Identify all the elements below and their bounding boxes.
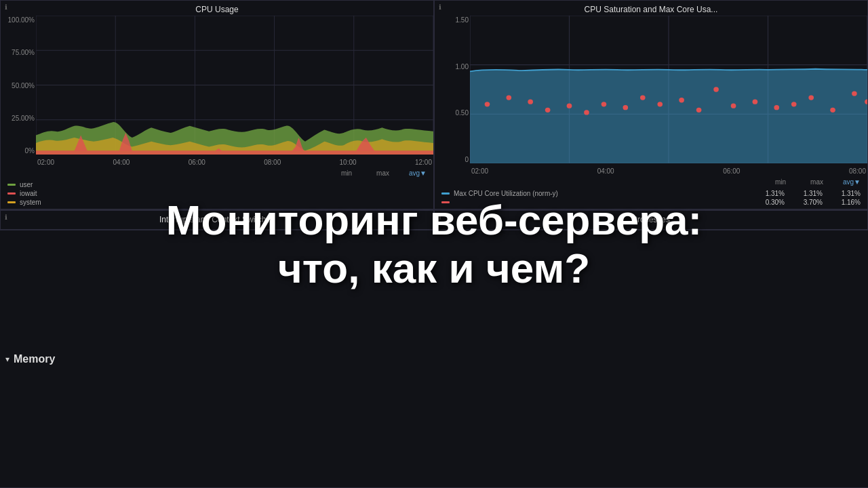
cpu-sat-x-axis: 02:00 04:00 06:00 08:00 <box>470 165 867 177</box>
cpu-usage-legend: user iowait system <box>1 178 433 209</box>
svg-point-27 <box>623 105 628 110</box>
interrupts-panel: ℹ Interrupts and Context Switches 100.00… <box>0 210 434 230</box>
cpu-usage-x-axis: 02:00 04:00 06:00 08:00 10:00 12:00 <box>36 156 433 168</box>
system-color <box>7 201 16 203</box>
svg-point-25 <box>584 110 589 115</box>
memory-section-header: ▾ Memory <box>0 230 868 488</box>
cpu-sat-svg <box>470 16 867 163</box>
legend-max-cpu: Max CPU Core Utilization (norm-y) 1.31% … <box>441 190 861 197</box>
processes-title: Processes <box>435 211 867 226</box>
cpu-sat-y-axis: 1.50 1.00 0.50 0 <box>435 16 470 163</box>
user-color <box>7 184 16 186</box>
processes-info-icon[interactable]: ℹ <box>439 214 441 221</box>
top-panels-row: ℹ CPU Usage 100.00% 75.00% 50.00% 25.00%… <box>0 0 868 210</box>
cpu-usage-y-axis: 100.00% 75.00% 50.00% 25.00% 0% <box>1 16 36 155</box>
max-cpu-color <box>441 192 450 195</box>
interrupts-info-icon[interactable]: ℹ <box>5 214 7 221</box>
svg-point-38 <box>830 108 835 113</box>
svg-point-35 <box>774 105 779 110</box>
svg-point-37 <box>808 95 814 100</box>
svg-point-28 <box>640 95 646 100</box>
svg-point-22 <box>528 100 533 104</box>
svg-point-34 <box>753 100 758 104</box>
cpu-saturation-title: CPU Saturation and Max Core Usa... <box>435 1 867 16</box>
interrupts-title: Interrupts and Context Switches <box>1 211 433 226</box>
dashboard: ℹ CPU Usage 100.00% 75.00% 50.00% 25.00%… <box>0 0 868 488</box>
svg-point-39 <box>852 91 857 96</box>
legend-system: system <box>7 199 427 206</box>
svg-point-23 <box>545 108 551 113</box>
svg-point-33 <box>731 104 736 108</box>
cpu-sat-legend-header: min max avg▼ <box>435 177 867 187</box>
cpu-sat-svg-container <box>470 16 867 163</box>
cpu-usage-info-icon[interactable]: ℹ <box>5 3 7 11</box>
cpu-usage-chart-area: 100.00% 75.00% 50.00% 25.00% 0% <box>1 16 433 168</box>
middle-panels-row: ℹ Interrupts and Context Switches 100.00… <box>0 210 868 230</box>
svg-point-24 <box>567 104 572 108</box>
svg-point-26 <box>601 102 607 106</box>
processes-legend: Runnable Processes Created Processes (Fo… <box>435 226 867 230</box>
legend-cpu-dot: 0.30% 3.70% 1.16% <box>441 199 861 206</box>
memory-section-title: Memory <box>14 353 55 365</box>
legend-user: user <box>7 181 427 188</box>
interrupts-legend-header: min max avg▼ <box>1 226 433 230</box>
legend-iowait: iowait <box>7 190 427 197</box>
svg-point-31 <box>696 108 702 113</box>
cpu-usage-panel: ℹ CPU Usage 100.00% 75.00% 50.00% 25.00%… <box>0 0 434 209</box>
svg-point-30 <box>679 98 684 102</box>
cpu-usage-svg <box>36 16 433 155</box>
cpu-usage-svg-container <box>36 16 433 155</box>
cpu-sat-info-icon[interactable]: ℹ <box>439 3 441 11</box>
svg-point-29 <box>657 102 663 106</box>
processes-panel: ℹ Processes 15.00 10.00 5.00 0 <box>434 210 868 230</box>
cpu-sat-chart-area: 1.50 1.00 0.50 0 <box>435 16 867 177</box>
memory-chevron-icon[interactable]: ▾ <box>5 354 9 364</box>
cpu-saturation-panel: ℹ CPU Saturation and Max Core Usa... 1.5… <box>434 0 868 209</box>
cpu-usage-legend-header: min max avg▼ <box>1 168 433 178</box>
svg-point-20 <box>485 102 490 106</box>
svg-point-36 <box>791 102 797 106</box>
cpu-sat-legend: Max CPU Core Utilization (norm-y) 1.31% … <box>435 187 867 209</box>
cpu-usage-title: CPU Usage <box>1 1 433 16</box>
svg-point-32 <box>713 87 719 92</box>
cpu-dot-color <box>441 201 450 203</box>
iowait-color <box>7 192 16 195</box>
svg-point-21 <box>507 95 512 100</box>
